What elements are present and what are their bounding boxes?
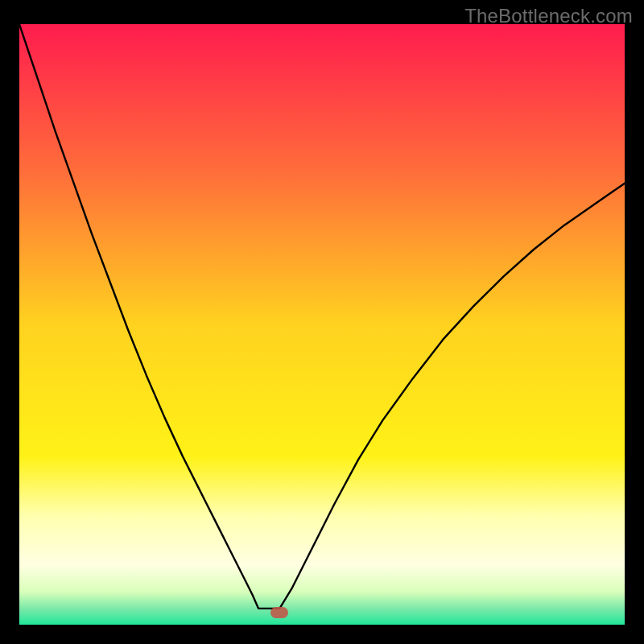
chart-svg	[19, 24, 625, 625]
watermark-text: TheBottleneck.com	[464, 5, 633, 27]
chart-frame: TheBottleneck.com	[0, 0, 644, 644]
optimal-point-marker	[270, 607, 288, 618]
plot-area	[19, 24, 625, 625]
gradient-background	[19, 24, 625, 625]
